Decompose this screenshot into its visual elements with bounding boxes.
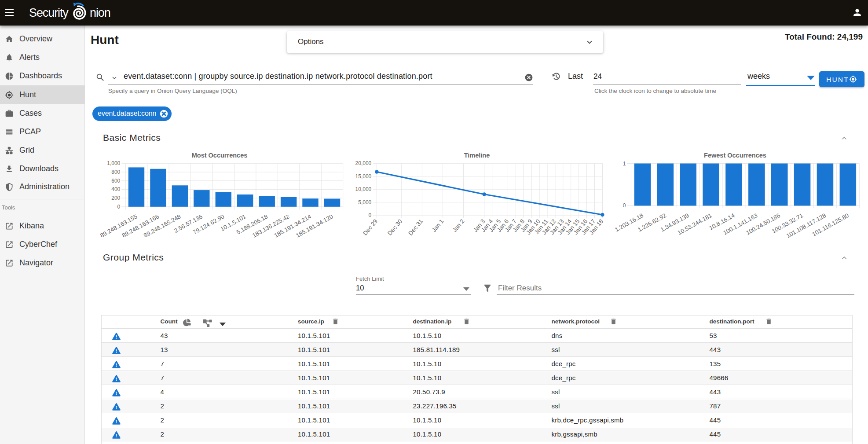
svg-text:5,000: 5,000 — [358, 199, 371, 205]
svg-text:Fewest Occurrences: Fewest Occurrences — [704, 152, 766, 159]
svg-text:600: 600 — [111, 178, 120, 184]
svg-text:1,000: 1,000 — [107, 160, 120, 166]
svg-text:0: 0 — [623, 202, 626, 209]
svg-text:89.248.163.166: 89.248.163.166 — [121, 213, 160, 239]
svg-text:20,000: 20,000 — [355, 160, 372, 166]
svg-text:185.191.34.214: 185.191.34.214 — [273, 213, 313, 239]
svg-text:1: 1 — [623, 161, 626, 167]
svg-text:Timeline: Timeline — [464, 152, 490, 159]
svg-text:183.136.225.42: 183.136.225.42 — [251, 213, 290, 239]
svg-text:89.248.163.155: 89.248.163.155 — [99, 213, 138, 239]
svg-text:Dec 30: Dec 30 — [386, 218, 403, 236]
svg-text:Dec 31: Dec 31 — [407, 218, 424, 236]
svg-text:400: 400 — [111, 186, 120, 192]
svg-text:800: 800 — [111, 169, 120, 175]
svg-text:0: 0 — [369, 212, 372, 218]
svg-text:101.108.117.128: 101.108.117.128 — [785, 212, 827, 239]
svg-text:200: 200 — [111, 195, 120, 201]
svg-text:Dec 29: Dec 29 — [362, 218, 379, 236]
svg-text:89.248.165.248: 89.248.165.248 — [143, 213, 182, 239]
svg-text:185.191.34.120: 185.191.34.120 — [295, 213, 334, 239]
svg-text:Jan 2: Jan 2 — [451, 218, 466, 233]
svg-text:nion: nion — [90, 6, 110, 19]
svg-text:Security: Security — [29, 6, 69, 19]
svg-text:15,000: 15,000 — [355, 173, 372, 180]
svg-text:Most Occurrences: Most Occurrences — [192, 152, 248, 159]
svg-text:0: 0 — [117, 204, 121, 210]
svg-text:Jan 1: Jan 1 — [431, 218, 445, 233]
svg-text:10,000: 10,000 — [355, 186, 372, 192]
